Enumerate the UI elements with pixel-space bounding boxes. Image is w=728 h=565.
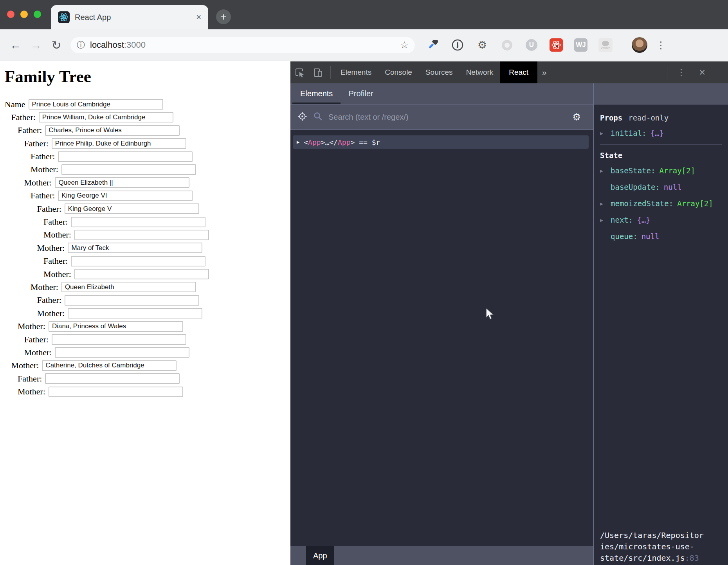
ember-extension-icon[interactable]: ember [598, 38, 613, 52]
state-value: null [642, 232, 660, 241]
component-search-input[interactable] [328, 113, 566, 122]
family-mother-input[interactable] [61, 282, 196, 292]
adblock-gear-extension-icon[interactable]: ⚙ [475, 38, 489, 52]
url-host: localhost [90, 40, 124, 50]
family-name-input[interactable] [29, 99, 163, 110]
expand-triangle-icon[interactable]: ▶ [600, 217, 611, 223]
family-mother-input[interactable] [74, 230, 209, 240]
state-row-next[interactable]: ▶next:{…} [600, 212, 728, 228]
state-key: queue: [611, 232, 638, 241]
family-mother-input[interactable] [42, 360, 177, 371]
more-tabs-icon[interactable]: » [537, 61, 551, 83]
react-search-row: ⚙ [290, 104, 593, 130]
devtools-close-icon[interactable]: × [692, 61, 712, 83]
breadcrumb-app-tab[interactable]: App [306, 546, 334, 565]
state-row-baseState[interactable]: ▶baseState:Array[2] [600, 162, 728, 179]
family-mother-input[interactable] [68, 308, 202, 318]
family-father-input[interactable] [71, 256, 205, 266]
tag-segment: App [308, 138, 321, 146]
family-mother-input[interactable] [49, 387, 183, 397]
devtools-menu-kebab-icon[interactable]: ⋮ [670, 61, 692, 83]
prop-row-initial[interactable]: ▶initial:{…} [600, 125, 728, 141]
swirl-extension-icon[interactable] [500, 38, 514, 52]
expand-triangle-icon[interactable]: ▶ [297, 139, 299, 145]
select-element-target-icon[interactable] [297, 112, 307, 123]
site-info-icon[interactable]: ⓘ [77, 40, 85, 50]
inspect-element-icon[interactable] [290, 61, 309, 83]
family-row-label: Father: [43, 256, 68, 266]
family-row: Mother: [0, 243, 290, 253]
settings-gear-icon[interactable]: ⚙ [572, 112, 581, 122]
family-row: Mother: [0, 230, 290, 240]
expand-triangle-icon[interactable]: ▶ [600, 130, 611, 136]
back-icon[interactable]: ← [5, 38, 26, 52]
family-row-label: Father: [37, 204, 61, 214]
state-value: Array[2] [659, 166, 695, 175]
wallaby-extension-icon[interactable]: WJ [574, 38, 588, 52]
address-bar[interactable]: ⓘ localhost :3000 ☆ [70, 37, 415, 53]
family-row-label: Father: [43, 217, 68, 227]
family-father-input[interactable] [39, 112, 173, 122]
family-father-input[interactable] [58, 151, 193, 162]
devtools-tabs: ElementsConsoleSourcesNetworkReact [334, 61, 537, 83]
reload-icon[interactable]: ↻ [46, 38, 67, 52]
family-row-label: Father: [24, 139, 49, 149]
family-father-input[interactable] [65, 203, 199, 214]
devtools-tab-console[interactable]: Console [378, 61, 419, 83]
close-window-button[interactable] [7, 11, 14, 18]
family-father-input[interactable] [71, 217, 205, 227]
state-section-header: State [600, 148, 728, 162]
password-manager-extension-icon[interactable] [450, 38, 465, 52]
browser-tab[interactable]: React App × [51, 5, 208, 29]
family-row: Father: [0, 373, 290, 384]
component-tree: ▶ <App>…</App> == $r [290, 130, 593, 546]
maximize-window-button[interactable] [34, 11, 41, 18]
family-mother-input[interactable] [74, 269, 209, 279]
family-mother-input[interactable] [55, 177, 189, 188]
family-father-input[interactable] [45, 373, 180, 384]
tabbar-separator [330, 66, 331, 79]
family-mother-input[interactable] [49, 321, 183, 332]
state-value: null [664, 183, 682, 191]
component-source-path[interactable]: /Users/taras/Repositor ies/microstates-u… [600, 530, 727, 564]
react-subtab-elements[interactable]: Elements [292, 83, 341, 104]
tab-close-icon[interactable]: × [196, 12, 201, 22]
breadcrumb-bar: App [290, 546, 593, 565]
expand-triangle-icon[interactable]: ▶ [600, 201, 611, 207]
devtools-tab-sources[interactable]: Sources [419, 61, 460, 83]
family-row: Father: [0, 151, 290, 162]
family-father-input[interactable] [52, 334, 186, 345]
devtools-tab-react[interactable]: React [500, 61, 537, 83]
component-tree-row-app[interactable]: ▶ <App>…</App> == $r [293, 135, 589, 149]
state-key: next: [611, 216, 633, 224]
family-row-label: Father: [11, 112, 36, 122]
state-row-memoizedState[interactable]: ▶memoizedState:Array[2] [600, 195, 728, 212]
family-mother-input[interactable] [68, 243, 202, 253]
expand-triangle-icon[interactable]: ▶ [600, 168, 611, 174]
react-devtools-extension-icon[interactable] [549, 38, 563, 52]
tag-segment: > == $r [350, 138, 380, 146]
react-subtab-profiler[interactable]: Profiler [341, 83, 381, 104]
family-row-label: Mother: [18, 387, 45, 397]
family-mother-input[interactable] [55, 347, 189, 358]
family-row-label: Father: [18, 125, 42, 135]
eyedropper-extension-icon[interactable] [426, 38, 440, 52]
state-key: baseUpdate: [611, 183, 660, 191]
browser-menu-kebab-icon[interactable]: ⋮ [656, 40, 666, 51]
window-controls [7, 11, 41, 18]
family-father-input[interactable] [58, 191, 193, 201]
new-tab-button[interactable]: + [216, 9, 231, 24]
devtools-tab-network[interactable]: Network [460, 61, 500, 83]
family-father-input[interactable] [45, 125, 180, 136]
ublock-extension-icon[interactable]: U [524, 38, 539, 52]
family-father-input[interactable] [52, 138, 186, 149]
device-toolbar-icon[interactable] [309, 61, 327, 83]
devtools-tab-elements[interactable]: Elements [334, 61, 378, 83]
forward-icon[interactable]: → [26, 38, 46, 52]
profile-avatar[interactable] [632, 37, 647, 53]
family-mother-input[interactable] [61, 164, 196, 175]
family-father-input[interactable] [65, 295, 199, 306]
search-icon [313, 112, 323, 122]
bookmark-star-icon[interactable]: ☆ [400, 40, 409, 50]
minimize-window-button[interactable] [20, 11, 28, 18]
